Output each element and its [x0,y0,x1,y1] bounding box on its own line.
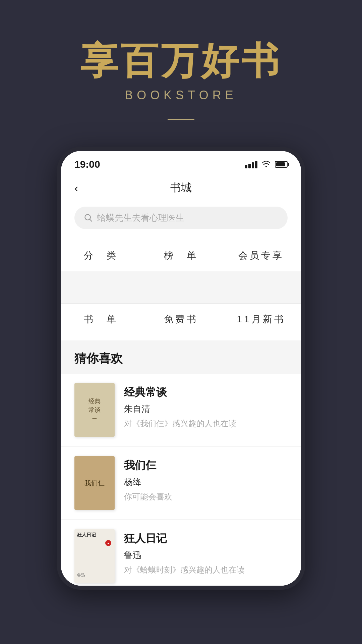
search-placeholder: 蛤蟆先生去看心理医生 [97,212,184,224]
category-huiyuan[interactable]: 会员专享 [221,240,301,271]
book-info-2: 我们仨 杨绛 你可能会喜欢 [124,456,288,502]
subtitle: BOOKSTORE [125,88,237,102]
main-title: 享百万好书 [80,40,282,82]
book-author-3: 鲁迅 [124,549,288,561]
phone-screen: 19:00 [61,151,301,586]
back-button[interactable]: ‹ [74,181,78,195]
battery-icon [275,161,288,168]
nav-title: 书城 [170,180,192,195]
book-cover-1: 经典常谈一 [74,383,115,437]
phone-frame: 19:00 [57,147,305,590]
category-grid: 分 类 榜 单 会员专享 书 单 [61,240,301,335]
app-content: ‹ 书城 蛤蟆先生去看心理医生 [61,174,301,586]
book-cover-3: 狂人日记 ● 鲁迅 [74,529,115,583]
book-desc-3: 对《蛤蟆时刻》感兴趣的人也在读 [124,565,288,575]
book-cover-2: 我们仨 [74,456,115,510]
book-author-2: 杨绛 [124,476,288,488]
category-xinshu[interactable]: 11月新书 [221,304,301,335]
search-container: 蛤蟆先生去看心理医生 [61,201,301,234]
book-title-2: 我们仨 [124,458,288,473]
book-desc-1: 对《我们仨》感兴趣的人也在读 [124,418,288,429]
search-icon [84,213,93,223]
book-title-3: 狂人日记 [124,531,288,546]
category-fenlei[interactable]: 分 类 [61,240,141,271]
recommendations-title: 猜你喜欢 [61,340,301,374]
status-time: 19:00 [74,159,100,170]
status-icons [245,159,288,170]
book-info-1: 经典常谈 朱自清 对《我们仨》感兴趣的人也在读 [124,383,288,429]
book-item-3[interactable]: 狂人日记 ● 鲁迅 狂人日记 鲁迅 对《蛤蟆时刻》感兴趣的人也在读 [61,520,301,586]
book-item-2[interactable]: 我们仨 我们仨 杨绛 你可能会喜欢 [61,447,301,519]
recommendations-section: 猜你喜欢 经典常谈一 经典常谈 朱自清 对《我们仨》感兴趣的 [61,340,301,586]
divider [168,119,194,120]
signal-icon [245,160,257,168]
svg-point-0 [85,214,90,220]
category-bangdan[interactable]: 榜 单 [141,240,221,271]
wifi-icon [261,159,271,170]
book-title-1: 经典常谈 [124,385,288,400]
nav-bar: ‹ 书城 [61,174,301,201]
book-author-1: 朱自清 [124,403,288,415]
search-bar[interactable]: 蛤蟆先生去看心理医生 [74,207,288,229]
book-desc-2: 你可能会喜欢 [124,491,288,502]
header-section: 享百万好书 BOOKSTORE [0,0,362,140]
category-mianfei[interactable]: 免费书 [141,304,221,335]
book-info-3: 狂人日记 鲁迅 对《蛤蟆时刻》感兴趣的人也在读 [124,529,288,575]
book-list: 经典常谈一 经典常谈 朱自清 对《我们仨》感兴趣的人也在读 我们仨 [61,374,301,586]
status-bar: 19:00 [61,151,301,174]
svg-line-1 [90,219,92,221]
category-shudan[interactable]: 书 单 [61,304,141,335]
book-item-1[interactable]: 经典常谈一 经典常谈 朱自清 对《我们仨》感兴趣的人也在读 [61,374,301,446]
page-background: 享百万好书 BOOKSTORE 19:00 [0,0,362,644]
